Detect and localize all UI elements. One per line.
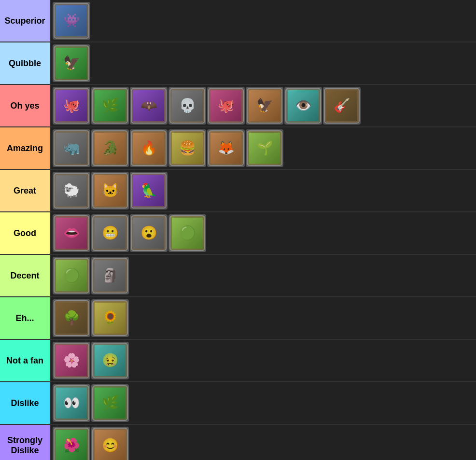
tier-row-decent: Decent🟢🗿: [0, 255, 476, 297]
monster-icon: 🗿: [92, 258, 128, 293]
monster-icon: 🌻: [92, 300, 128, 336]
tier-label-amazing: Amazing: [0, 127, 51, 169]
tier-row-scuperior: Scuperior👾: [0, 0, 476, 42]
monster-card[interactable]: 🌱: [246, 129, 283, 167]
monster-card[interactable]: 🐙: [207, 87, 245, 125]
monster-card[interactable]: 🌸: [53, 342, 90, 379]
monster-card[interactable]: 🌺: [53, 427, 90, 460]
tier-items-scuperior: 👾: [51, 0, 476, 42]
monster-card[interactable]: 🌻: [91, 299, 129, 337]
tier-label-ohyes: Oh yes: [0, 85, 51, 126]
monster-card[interactable]: 👀: [53, 384, 90, 422]
tier-label-eh: Eh...: [0, 297, 51, 339]
monster-card[interactable]: 😮: [130, 214, 168, 252]
tier-row-amazing: Amazing🦏🐊🔥🍔🦊🌱: [0, 127, 476, 170]
monster-icon: 🌺: [54, 428, 89, 460]
monster-icon: 🐱: [92, 173, 128, 209]
tier-label-scuperior: Scuperior: [0, 0, 51, 42]
tier-items-stronglydislike: 🌺😊: [51, 425, 476, 460]
tier-row-notafan: Not a fan🌸🤢: [0, 340, 476, 382]
monster-icon: 🌳: [54, 300, 89, 336]
monster-card[interactable]: 🎸: [323, 87, 361, 125]
monster-card[interactable]: 🤢: [91, 342, 129, 379]
monster-card[interactable]: 🦇: [130, 87, 168, 125]
monster-icon: 🐙: [208, 88, 244, 124]
monster-icon: 🦇: [131, 88, 167, 124]
monster-icon: 🌱: [247, 130, 282, 166]
monster-card[interactable]: 🦅: [53, 44, 90, 82]
tier-label-quibble: Quibble: [0, 42, 51, 84]
tier-label-notafan: Not a fan: [0, 340, 51, 381]
monster-card[interactable]: 👄: [53, 214, 90, 252]
monster-icon: 🌸: [54, 343, 89, 378]
monster-card[interactable]: 🦏: [53, 129, 90, 167]
tier-row-dislike: Dislike👀🌿: [0, 382, 476, 425]
monster-card[interactable]: 🌳: [53, 299, 90, 337]
tier-items-good: 👄😬😮🟢: [51, 212, 476, 254]
monster-card[interactable]: 👾: [53, 2, 90, 40]
monster-card[interactable]: 🟢: [168, 214, 206, 252]
monster-icon: 🔥: [131, 130, 167, 166]
tier-label-good: Good: [0, 212, 51, 254]
monster-card[interactable]: 🗿: [91, 257, 129, 294]
monster-card[interactable]: 👁️: [284, 87, 322, 125]
tier-items-amazing: 🦏🐊🔥🍔🦊🌱: [51, 127, 476, 169]
monster-card[interactable]: 🍔: [168, 129, 206, 167]
monster-card[interactable]: 🐊: [91, 129, 129, 167]
tier-items-notafan: 🌸🤢: [51, 340, 476, 381]
tier-list: Scuperior👾Quibble🦅Oh yes🐙🌿🦇💀🐙🦅👁️🎸Amazing…: [0, 0, 476, 460]
monster-card[interactable]: 😬: [91, 214, 129, 252]
tier-items-ohyes: 🐙🌿🦇💀🐙🦅👁️🎸: [51, 85, 476, 126]
monster-icon: 🐙: [54, 88, 89, 124]
monster-card[interactable]: 🔥: [130, 129, 168, 167]
monster-icon: 🦅: [247, 88, 282, 124]
tier-items-dislike: 👀🌿: [51, 382, 476, 424]
monster-icon: 🟢: [169, 215, 205, 251]
monster-icon: 🦏: [54, 130, 89, 166]
monster-icon: 😮: [131, 215, 167, 251]
monster-icon: 👾: [54, 3, 89, 39]
tier-row-good: Good👄😬😮🟢: [0, 212, 476, 255]
tier-items-quibble: 🦅: [51, 42, 476, 84]
monster-icon: 👄: [54, 215, 89, 251]
monster-icon: 🍔: [169, 130, 205, 166]
monster-icon: 🦅: [54, 45, 89, 81]
monster-icon: 👀: [54, 385, 89, 421]
monster-icon: 🎸: [324, 88, 360, 124]
tier-label-stronglydislike: Strongly Dislike: [0, 425, 51, 460]
tier-label-dislike: Dislike: [0, 382, 51, 424]
monster-icon: 🐊: [92, 130, 128, 166]
tier-items-eh: 🌳🌻: [51, 297, 476, 339]
monster-card[interactable]: 🐙: [53, 87, 90, 125]
tier-row-stronglydislike: Strongly Dislike🌺😊: [0, 425, 476, 460]
monster-icon: 🦜: [131, 173, 167, 209]
monster-icon: 👁️: [285, 88, 321, 124]
tier-row-ohyes: Oh yes🐙🌿🦇💀🐙🦅👁️🎸: [0, 85, 476, 127]
monster-icon: 🦊: [208, 130, 244, 166]
monster-icon: 🤢: [92, 343, 128, 378]
monster-icon: 🟢: [54, 258, 89, 293]
monster-icon: 🌿: [92, 88, 128, 124]
monster-card[interactable]: 🌿: [91, 87, 129, 125]
tier-row-great: Great🐑🐱🦜: [0, 170, 476, 212]
monster-icon: 💀: [169, 88, 205, 124]
monster-icon: 😬: [92, 215, 128, 251]
monster-icon: 🌿: [92, 385, 128, 421]
tier-items-great: 🐑🐱🦜: [51, 170, 476, 211]
tier-label-great: Great: [0, 170, 51, 211]
monster-card[interactable]: 🦜: [130, 172, 168, 209]
tier-label-decent: Decent: [0, 255, 51, 296]
tier-items-decent: 🟢🗿: [51, 255, 476, 296]
monster-card[interactable]: 💀: [168, 87, 206, 125]
monster-card[interactable]: 🦊: [207, 129, 245, 167]
monster-card[interactable]: 🌿: [91, 384, 129, 422]
tier-row-quibble: Quibble🦅: [0, 42, 476, 85]
monster-card[interactable]: 🦅: [246, 87, 283, 125]
monster-card[interactable]: 😊: [91, 427, 129, 460]
monster-icon: 😊: [92, 428, 128, 460]
monster-card[interactable]: 🐱: [91, 172, 129, 209]
monster-card[interactable]: 🟢: [53, 257, 90, 294]
monster-card[interactable]: 🐑: [53, 172, 90, 209]
monster-icon: 🐑: [54, 173, 89, 209]
tier-row-eh: Eh...🌳🌻: [0, 297, 476, 340]
